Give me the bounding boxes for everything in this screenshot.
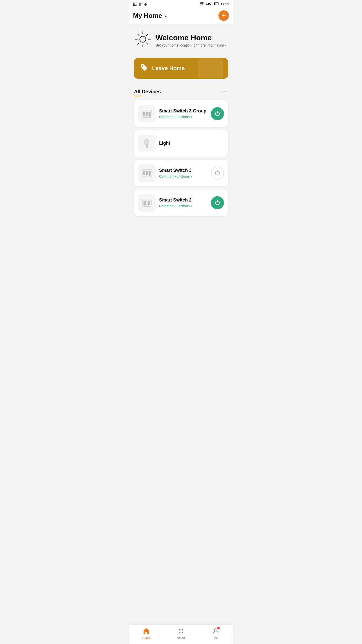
device-name: Smart Switch 3 Group xyxy=(159,108,207,114)
device-card[interactable]: Smart Switch 3 Common Functions ▾ xyxy=(134,160,228,186)
circle-icon: ⊙ xyxy=(144,2,147,6)
image-icon: 🖼 xyxy=(133,2,137,6)
devices-header: All Devices ··· xyxy=(134,89,228,96)
welcome-section: Welcome Home Set your home location for … xyxy=(129,24,233,55)
plus-icon: + xyxy=(222,12,226,19)
status-bar-left: 🖼 🗑 ⊙ xyxy=(133,2,147,6)
svg-rect-32 xyxy=(148,201,150,205)
svg-rect-21 xyxy=(146,147,148,148)
status-bar: 🖼 🗑 ⊙ 24% 17:51 xyxy=(129,0,233,8)
trash-icon: 🗑 xyxy=(139,2,142,6)
svg-rect-15 xyxy=(149,112,151,116)
home-name-label: My Home xyxy=(133,12,162,20)
device-info: Light xyxy=(159,141,224,146)
time: 17:51 xyxy=(221,2,229,6)
devices-title-wrap: All Devices xyxy=(134,89,161,96)
device-icon-wrap xyxy=(138,105,156,123)
leave-home-button[interactable]: Leave Home xyxy=(134,58,228,79)
device-icon-wrap xyxy=(138,164,156,182)
welcome-subtitle[interactable]: Set your home location for more informat… xyxy=(156,43,226,47)
location-arrow-icon: › xyxy=(224,43,226,47)
devices-section: All Devices ··· xyxy=(129,85,233,96)
device-card[interactable]: Light xyxy=(134,130,228,157)
device-name: Light xyxy=(159,141,224,146)
chevron-down-icon: ▾ xyxy=(191,204,192,208)
svg-rect-25 xyxy=(146,171,148,175)
status-bar-right: 24% 17:51 xyxy=(200,2,229,6)
svg-rect-13 xyxy=(143,112,145,116)
devices-underline xyxy=(134,96,141,96)
device-card[interactable]: Smart Switch 2 Common Functions ▾ xyxy=(134,189,228,216)
chevron-down-icon: ▾ xyxy=(191,115,192,119)
add-button[interactable]: + xyxy=(218,10,229,21)
device-info: Smart Switch 3 Common Functions ▾ xyxy=(159,168,207,178)
switch3-icon xyxy=(141,167,153,179)
svg-point-11 xyxy=(142,65,143,67)
battery-icon xyxy=(214,2,219,6)
power-icon xyxy=(214,111,220,117)
devices-title: All Devices xyxy=(134,89,161,95)
devices-more-button[interactable]: ··· xyxy=(222,89,228,94)
sun-icon xyxy=(134,30,152,50)
tag-icon xyxy=(140,63,148,73)
power-toggle-on[interactable] xyxy=(211,107,224,120)
device-card[interactable]: Smart Switch 3 Group Common Functions ▾ xyxy=(134,100,228,127)
svg-rect-31 xyxy=(144,201,146,205)
battery-percent: 24% xyxy=(206,2,212,6)
chevron-down-icon: ▾ xyxy=(191,175,192,178)
power-toggle-off[interactable] xyxy=(211,167,224,180)
power-icon xyxy=(214,170,220,176)
switch3group-icon xyxy=(141,107,153,120)
header: My Home ⌄ + xyxy=(129,8,233,24)
svg-rect-14 xyxy=(146,112,148,116)
device-icon-wrap xyxy=(138,194,156,212)
svg-rect-1 xyxy=(214,3,215,5)
leave-home-section: Leave Home xyxy=(129,55,233,85)
svg-line-7 xyxy=(138,34,139,36)
svg-rect-26 xyxy=(149,171,151,175)
svg-point-19 xyxy=(144,139,149,145)
svg-rect-20 xyxy=(146,147,148,147)
device-icon-wrap xyxy=(138,135,156,152)
switch2-icon xyxy=(141,196,153,209)
welcome-text: Welcome Home Set your home location for … xyxy=(156,33,226,47)
device-list: Smart Switch 3 Group Common Functions ▾ xyxy=(129,97,233,241)
common-functions-dropdown[interactable]: Common Functions ▾ xyxy=(159,115,207,119)
common-functions-dropdown[interactable]: Common Functions ▾ xyxy=(159,174,207,178)
light-icon xyxy=(141,137,153,150)
device-info: Smart Switch 2 Common Functions ▾ xyxy=(159,197,207,208)
device-info: Smart Switch 3 Group Common Functions ▾ xyxy=(159,108,207,119)
svg-point-2 xyxy=(140,36,146,42)
device-name: Smart Switch 2 xyxy=(159,197,207,203)
power-toggle-on[interactable] xyxy=(211,196,224,209)
chevron-down-icon[interactable]: ⌄ xyxy=(164,13,167,18)
leave-home-label: Leave Home xyxy=(152,65,185,72)
svg-line-9 xyxy=(147,34,148,36)
header-title[interactable]: My Home ⌄ xyxy=(133,12,167,20)
wifi-icon xyxy=(200,2,204,6)
welcome-title: Welcome Home xyxy=(156,33,226,42)
svg-line-10 xyxy=(138,43,139,45)
device-name: Smart Switch 3 xyxy=(159,168,207,173)
svg-rect-24 xyxy=(143,171,145,175)
common-functions-dropdown[interactable]: Common Functions ▾ xyxy=(159,204,207,208)
svg-line-8 xyxy=(147,43,148,45)
power-icon xyxy=(214,200,220,206)
